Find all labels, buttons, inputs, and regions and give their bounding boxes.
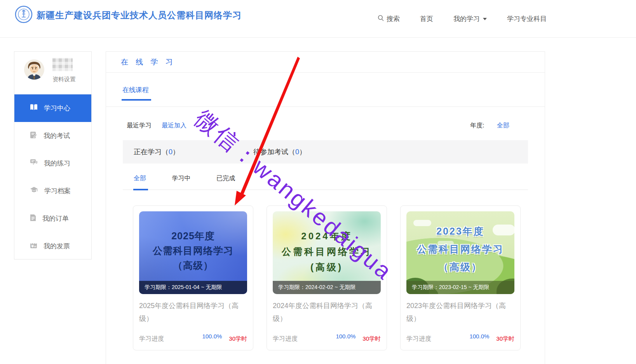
credit-hours: 30学时 bbox=[362, 335, 381, 342]
filter-tab-all[interactable]: 全部 bbox=[134, 174, 146, 190]
year-label: 年度: bbox=[470, 122, 484, 129]
sidebar-item-my-invoices[interactable]: ¥= 我的发票 bbox=[14, 232, 91, 260]
site-logo-icon bbox=[15, 5, 33, 25]
progress-label: 学习进度 bbox=[273, 335, 298, 342]
study-period: 学习期限：2024-02-02 ~ 无期限 bbox=[273, 281, 381, 294]
sidebar-item-my-practice[interactable]: 我的练习 bbox=[14, 150, 91, 177]
svg-text:¥=: ¥= bbox=[31, 244, 37, 248]
credit-hours: 30学时 bbox=[496, 335, 514, 342]
cover-year: 2024年度 bbox=[273, 228, 381, 244]
course-cover-2023: 2023年度 公需科目网络学习 （高级） 学习期限：2023-02-15 ~ 无… bbox=[406, 211, 514, 294]
status-pending-exam: 待参加考试（0） bbox=[253, 147, 362, 157]
nav-home[interactable]: 首页 bbox=[420, 14, 433, 23]
progress-percent: 100.0% bbox=[202, 333, 222, 340]
brand: 新疆生产建设兵团专业技术人员公需科目网络学习 bbox=[15, 5, 242, 25]
sort-row: 最近学习 最近加入 年度: 全部 bbox=[123, 122, 528, 132]
status-learning: 正在学习（0） bbox=[134, 147, 242, 157]
cover-year: 2025年度 bbox=[139, 228, 247, 243]
filter-tab-in-progress[interactable]: 学习中 bbox=[172, 174, 190, 190]
panel-title-row: 在 线 学 习 bbox=[106, 52, 545, 73]
status-bar: 正在学习（0） 待参加考试（0） bbox=[123, 140, 528, 164]
progress-row: 学习进度 100.0% 30学时 bbox=[406, 335, 514, 342]
progress-percent: 100.0% bbox=[336, 333, 355, 340]
status-learning-count: 0 bbox=[169, 148, 173, 156]
course-title: 2023年度公需科目网络学习（高级） bbox=[406, 300, 514, 325]
sort-tab-recent-study[interactable]: 最近学习 bbox=[127, 122, 152, 130]
study-period: 学习期限：2025-01-04 ~ 无期限 bbox=[139, 281, 247, 294]
cover-year: 2023年度 bbox=[406, 222, 514, 240]
invoice-icon: ¥= bbox=[30, 242, 37, 251]
progress-label: 学习进度 bbox=[406, 335, 431, 342]
filter-tab-completed[interactable]: 已完成 bbox=[216, 174, 235, 190]
course-card-list: 2025年度 公需科目网络学习 （高级） 学习期限：2025-01-04 ~ 无… bbox=[133, 206, 528, 350]
main-panel: 在 线 学 习 在线课程 最近学习 最近加入 年度: 全部 bbox=[106, 51, 545, 364]
cover-subject: 公需科目网络学习 bbox=[406, 240, 514, 258]
progress-percent: 100.0% bbox=[469, 333, 489, 340]
site-title: 新疆生产建设兵团专业技术人员公需科目网络学习 bbox=[37, 9, 242, 21]
graduation-cap-icon bbox=[30, 186, 38, 195]
course-card-2023[interactable]: 2023年度 公需科目网络学习 （高级） 学习期限：2023-02-15 ~ 无… bbox=[400, 206, 521, 350]
progress-label: 学习进度 bbox=[139, 335, 164, 342]
study-period: 学习期限：2023-02-15 ~ 无期限 bbox=[406, 281, 514, 294]
cover-level: (高级) bbox=[273, 260, 381, 275]
cover-level: （高级） bbox=[406, 258, 514, 276]
top-nav: 搜索 首页 我的学习 学习专业科目 bbox=[378, 0, 547, 38]
cover-subject: 公需科目网络学习 bbox=[139, 243, 247, 258]
progress-row: 学习进度 100.0% 30学时 bbox=[273, 335, 381, 342]
profile-block: 资料设置 bbox=[14, 52, 91, 94]
profile-settings-link[interactable]: 资料设置 bbox=[52, 76, 76, 83]
nav-my-learning[interactable]: 我的学习 bbox=[453, 14, 487, 23]
chevron-down-icon bbox=[483, 18, 487, 20]
course-card-2024[interactable]: 2024年度 公需科目网络学习 (高级) 学习期限：2024-02-02 ~ 无… bbox=[267, 206, 387, 350]
course-cover-2025: 2025年度 公需科目网络学习 （高级） 学习期限：2025-01-04 ~ 无… bbox=[139, 211, 247, 294]
header: 新疆生产建设兵团专业技术人员公需科目网络学习 搜索 首页 我的学习 学习专业科目 bbox=[0, 0, 636, 38]
page-title: 在 线 学 习 bbox=[121, 58, 176, 66]
nav-search-label: 搜索 bbox=[387, 14, 400, 23]
year-value-all[interactable]: 全部 bbox=[497, 122, 509, 129]
sidebar: 资料设置 学习中心 我的考试 我的练习 学习档案 bbox=[14, 51, 92, 260]
search-icon bbox=[378, 15, 384, 23]
filter-row: 全部 学习中 已完成 bbox=[123, 173, 528, 190]
cover-level: （高级） bbox=[139, 258, 247, 273]
tab-online-courses[interactable]: 在线课程 bbox=[122, 85, 149, 101]
censored-username bbox=[52, 58, 73, 71]
sort-tab-recent-join[interactable]: 最近加入 bbox=[162, 122, 186, 130]
order-icon bbox=[30, 214, 36, 223]
nav-search[interactable]: 搜索 bbox=[378, 14, 400, 23]
course-card-2025[interactable]: 2025年度 公需科目网络学习 （高级） 学习期限：2025-01-04 ~ 无… bbox=[133, 206, 253, 350]
sidebar-item-my-orders[interactable]: 我的订单 bbox=[14, 205, 91, 232]
year-filter: 年度: 全部 bbox=[470, 122, 509, 130]
course-title: 2024年度公需科目网络学习（高级） bbox=[273, 300, 381, 325]
progress-row: 学习进度 100.0% 30学时 bbox=[139, 335, 247, 342]
sidebar-item-learning-archive[interactable]: 学习档案 bbox=[14, 177, 91, 205]
exam-icon bbox=[30, 131, 37, 141]
tab-active-underline bbox=[122, 99, 151, 101]
cover-subject: 公需科目网络学习 bbox=[273, 244, 381, 260]
sidebar-item-my-exams[interactable]: 我的考试 bbox=[14, 122, 91, 150]
credit-hours: 30学时 bbox=[229, 335, 247, 342]
book-icon bbox=[30, 104, 38, 113]
practice-icon bbox=[30, 159, 38, 168]
panel-content: 最近学习 最近加入 年度: 全部 正在学习（0） 待参加考试（0） 全部 学习中 bbox=[106, 122, 545, 350]
sidebar-item-learning-center[interactable]: 学习中心 bbox=[14, 94, 91, 122]
avatar[interactable] bbox=[24, 59, 44, 80]
nav-professional-subjects[interactable]: 学习专业科目 bbox=[507, 14, 547, 23]
course-tab-row: 在线课程 bbox=[106, 73, 545, 107]
status-pending-exam-count: 0 bbox=[295, 148, 299, 156]
page: 新疆生产建设兵团专业技术人员公需科目网络学习 搜索 首页 我的学习 学习专业科目 bbox=[0, 0, 636, 364]
course-title: 2025年度公需科目网络学习（高级） bbox=[139, 300, 247, 325]
course-cover-2024: 2024年度 公需科目网络学习 (高级) 学习期限：2024-02-02 ~ 无… bbox=[273, 211, 381, 294]
